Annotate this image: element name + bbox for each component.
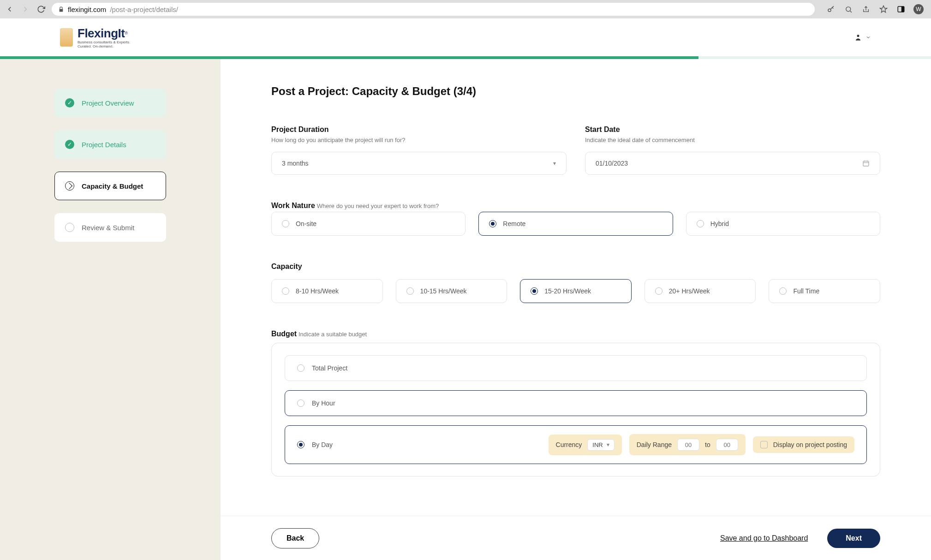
svg-point-4	[857, 35, 859, 37]
radio-icon	[297, 441, 304, 448]
chevron-down-icon	[865, 35, 871, 40]
sidebar-step-overview[interactable]: ✓ Project Overview	[54, 89, 166, 117]
pending-step-icon	[65, 223, 74, 232]
step-label: Capacity & Budget	[82, 182, 143, 190]
user-menu[interactable]	[853, 33, 871, 42]
range-label: Daily Range	[637, 441, 672, 448]
page-title: Post a Project: Capacity & Budget (3/4)	[271, 85, 880, 98]
logo-subtitle-2: Curated. On-demand.	[78, 45, 130, 49]
budget-day-details: Currency INR ▾ Daily Range to	[549, 434, 854, 455]
logo-title: FlexingIt	[78, 26, 125, 40]
browser-toolbar: flexingit.com/post-a-project/details/ W	[0, 0, 931, 18]
radio-icon	[779, 287, 787, 295]
option-label: 10-15 Hrs/Week	[420, 287, 467, 295]
check-icon: ✓	[65, 140, 74, 149]
option-label: By Day	[312, 441, 333, 448]
capacity-label: Capacity	[271, 262, 302, 270]
star-icon[interactable]	[878, 4, 889, 14]
sidebar: ✓ Project Overview ✓ Project Details Cap…	[0, 59, 221, 560]
range-to-input[interactable]	[716, 439, 738, 451]
logo-mark-icon	[60, 28, 73, 47]
url-path: /post-a-project/details/	[110, 6, 178, 13]
sidebar-step-review[interactable]: Review & Submit	[54, 213, 166, 242]
panel-icon[interactable]	[896, 4, 906, 14]
option-label: 8-10 Hrs/Week	[296, 287, 339, 295]
radio-icon	[297, 364, 304, 372]
form-footer: Back Save and go to Dashboard Next	[221, 516, 931, 560]
option-label: On-site	[296, 220, 316, 227]
duration-help: How long do you anticipate the project w…	[271, 137, 567, 143]
search-icon[interactable]	[843, 4, 853, 14]
logo[interactable]: FlexingIt® Business consultants & Expert…	[60, 26, 130, 49]
range-to-label: to	[705, 441, 710, 448]
radio-icon	[282, 287, 289, 295]
share-icon[interactable]	[861, 4, 871, 14]
app-header: FlexingIt® Business consultants & Expert…	[0, 18, 931, 56]
range-from-input[interactable]	[677, 439, 699, 451]
currency-pill: Currency INR ▾	[549, 435, 622, 455]
next-button[interactable]: Next	[827, 529, 880, 548]
start-date-value: 01/10/2023	[596, 160, 628, 167]
option-label: Remote	[503, 220, 525, 227]
budget-option-hour[interactable]: By Hour	[285, 390, 867, 416]
url-host: flexingit.com	[68, 6, 106, 13]
budget-label: Budget	[271, 330, 297, 338]
forward-icon[interactable]	[20, 4, 30, 14]
back-button[interactable]: Back	[271, 528, 319, 548]
browser-right-icons: W	[826, 4, 924, 14]
option-label: By Hour	[312, 399, 335, 407]
user-icon	[853, 33, 863, 42]
display-checkbox[interactable]	[760, 441, 768, 448]
lock-icon	[58, 6, 64, 12]
check-icon: ✓	[65, 98, 74, 107]
currency-select[interactable]: INR ▾	[587, 439, 614, 451]
radio-icon	[697, 220, 704, 227]
current-step-icon	[65, 181, 74, 191]
calendar-icon	[862, 160, 870, 167]
save-dashboard-link[interactable]: Save and go to Dashboard	[720, 534, 808, 542]
svg-rect-5	[863, 161, 869, 166]
currency-label: Currency	[556, 441, 582, 448]
radio-icon	[655, 287, 662, 295]
back-icon[interactable]	[5, 4, 15, 14]
capacity-option-20plus[interactable]: 20+ Hrs/Week	[645, 279, 756, 303]
svg-rect-3	[901, 6, 904, 12]
radio-icon	[531, 287, 538, 295]
capacity-option-10-15[interactable]: 10-15 Hrs/Week	[396, 279, 507, 303]
display-pill: Display on project posting	[753, 436, 854, 453]
page-title-bold: Post a Project:	[271, 85, 349, 97]
sidebar-step-capacity-budget[interactable]: Capacity & Budget	[54, 172, 166, 200]
key-icon[interactable]	[826, 4, 836, 14]
option-label: Full Time	[793, 287, 819, 295]
step-label: Project Overview	[82, 99, 134, 107]
chevron-down-icon: ▾	[553, 160, 556, 167]
display-label: Display on project posting	[773, 441, 847, 448]
budget-option-day[interactable]: By Day Currency INR ▾ Daily Range	[285, 425, 867, 464]
page-title-rest: Capacity & Budget (3/4)	[349, 85, 476, 97]
start-date-help: Indicate the ideal date of commencement	[585, 137, 880, 143]
work-nature-option-remote[interactable]: Remote	[478, 212, 673, 236]
capacity-option-8-10[interactable]: 8-10 Hrs/Week	[271, 279, 383, 303]
svg-point-0	[828, 9, 831, 12]
option-label: Hybrid	[710, 220, 729, 227]
work-nature-option-onsite[interactable]: On-site	[271, 212, 466, 236]
start-date-input[interactable]: 01/10/2023	[585, 152, 880, 175]
sidebar-step-details[interactable]: ✓ Project Details	[54, 130, 166, 159]
logo-sup: ®	[125, 31, 128, 36]
capacity-option-15-20[interactable]: 15-20 Hrs/Week	[520, 279, 632, 303]
radio-icon	[489, 220, 496, 227]
duration-select[interactable]: 3 months ▾	[271, 152, 567, 175]
currency-value: INR	[592, 441, 603, 448]
work-nature-help: Where do you need your expert to work fr…	[317, 203, 439, 209]
budget-help: Indicate a suitable budget	[298, 331, 367, 338]
option-label: Total Project	[312, 364, 347, 372]
budget-option-total[interactable]: Total Project	[285, 355, 867, 381]
capacity-option-fulltime[interactable]: Full Time	[769, 279, 880, 303]
main-content: Post a Project: Capacity & Budget (3/4) …	[221, 59, 931, 560]
radio-icon	[406, 287, 414, 295]
reload-icon[interactable]	[36, 4, 46, 14]
address-bar[interactable]: flexingit.com/post-a-project/details/	[52, 3, 815, 16]
profile-avatar[interactable]: W	[913, 4, 924, 14]
chevron-down-icon: ▾	[607, 441, 609, 448]
work-nature-option-hybrid[interactable]: Hybrid	[686, 212, 880, 236]
